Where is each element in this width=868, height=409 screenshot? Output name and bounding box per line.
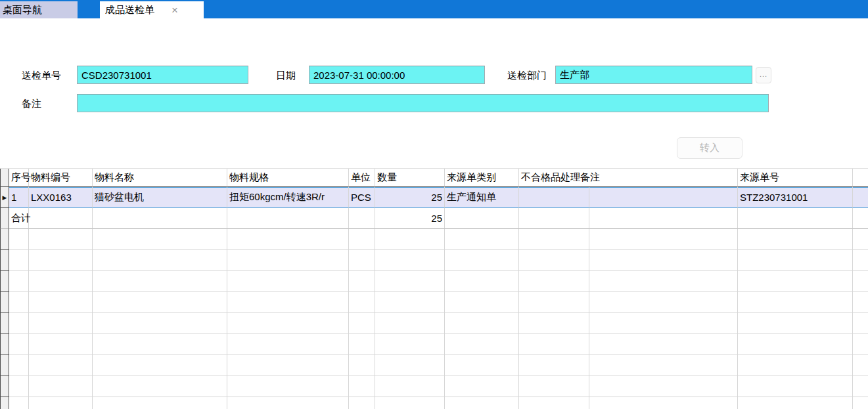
- row-indicator: [0, 376, 9, 397]
- tab-inspection-form[interactable]: 成品送检单 ×: [100, 1, 204, 18]
- empty-cell: [445, 334, 519, 355]
- empty-cell: [9, 313, 29, 334]
- total-row: 合计 25: [0, 208, 868, 229]
- empty-cell: [519, 250, 589, 271]
- department-field[interactable]: [555, 66, 752, 84]
- close-icon[interactable]: ×: [171, 5, 178, 16]
- cell-source-type[interactable]: 生产通知单: [445, 187, 519, 208]
- row-indicator: [0, 313, 9, 334]
- empty-row: [0, 250, 868, 271]
- empty-cell: [9, 376, 29, 397]
- empty-cell: [445, 271, 519, 292]
- row-indicator-header: [0, 169, 9, 187]
- department-browse-button[interactable]: ...: [756, 67, 771, 83]
- empty-cell: [738, 334, 853, 355]
- date-field[interactable]: [309, 66, 485, 84]
- empty-cell: [9, 229, 29, 250]
- empty-cell: [853, 250, 868, 271]
- empty-cell: [29, 376, 93, 397]
- empty-cell: [589, 397, 738, 409]
- empty-cell: [93, 292, 227, 313]
- empty-cell: [9, 397, 29, 409]
- row-indicator: [0, 292, 9, 313]
- empty-cell: [93, 271, 227, 292]
- cell-defect-remark[interactable]: [519, 187, 589, 208]
- col-header-material-no: 物料编号: [29, 169, 93, 187]
- grid-rows: [0, 229, 868, 409]
- empty-cell: [93, 334, 227, 355]
- empty-row: [0, 313, 868, 334]
- empty-cell: [227, 376, 349, 397]
- empty-cell: [93, 376, 227, 397]
- empty-row: [0, 397, 868, 409]
- transfer-in-button[interactable]: 转入: [677, 137, 742, 159]
- empty-cell: [29, 355, 93, 376]
- tab-desktop-navigation[interactable]: 桌面导航: [0, 1, 78, 18]
- empty-cell: [445, 250, 519, 271]
- empty-cell: [227, 397, 349, 409]
- grid-header-row: 序号 物料编号 物料名称 物料规格 单位 数量 来源单类别 不合格品处理备注 来…: [0, 169, 868, 187]
- table-row-selected[interactable]: ▶ 1 LXX0163 猫砂盆电机 扭矩60kgcm/转速3R/r PCS 25…: [0, 187, 868, 208]
- row-indicator: [0, 250, 9, 271]
- empty-cell: [375, 292, 445, 313]
- empty-cell: [589, 250, 738, 271]
- empty-row: [0, 376, 868, 397]
- empty-cell: [227, 313, 349, 334]
- empty-cell: [93, 397, 227, 409]
- empty-cell: [589, 313, 738, 334]
- empty-row: [0, 292, 868, 313]
- total-row-indicator: [0, 208, 9, 229]
- row-indicator: [0, 334, 9, 355]
- cell-material-no[interactable]: LXX0163: [29, 187, 93, 208]
- empty-cell: [853, 313, 868, 334]
- empty-cell: [375, 355, 445, 376]
- col-header-source-type: 来源单类别: [445, 169, 519, 187]
- empty-cell: [349, 271, 375, 292]
- empty-cell: [375, 397, 445, 409]
- empty-cell: [738, 250, 853, 271]
- empty-cell: [738, 292, 853, 313]
- row-indicator: [0, 271, 9, 292]
- empty-cell: [519, 376, 589, 397]
- empty-cell: [853, 292, 868, 313]
- empty-cell: [349, 250, 375, 271]
- empty-row: [0, 229, 868, 250]
- inspection-no-label: 送检单号: [22, 70, 61, 82]
- remark-field[interactable]: [77, 94, 769, 112]
- empty-cell: [853, 271, 868, 292]
- cell-blank[interactable]: [589, 187, 738, 208]
- empty-cell: [853, 334, 868, 355]
- empty-row: [0, 271, 868, 292]
- empty-cell: [375, 376, 445, 397]
- col-header-seq: 序号: [9, 169, 29, 187]
- empty-cell: [93, 229, 227, 250]
- cell-qty[interactable]: 25: [375, 187, 445, 208]
- selected-row-indicator: ▶: [0, 187, 9, 208]
- inspection-no-field[interactable]: [77, 66, 248, 84]
- total-cell: [853, 208, 868, 229]
- cell-unit[interactable]: PCS: [349, 187, 375, 208]
- cell-spec[interactable]: 扭矩60kgcm/转速3R/r: [227, 187, 349, 208]
- empty-cell: [519, 229, 589, 250]
- empty-cell: [93, 313, 227, 334]
- total-qty-cell: 25: [375, 208, 445, 229]
- empty-cell: [29, 292, 93, 313]
- empty-cell: [853, 229, 868, 250]
- empty-cell: [589, 271, 738, 292]
- col-header-stub: [853, 169, 868, 187]
- cell-seq[interactable]: 1: [9, 187, 29, 208]
- remark-label: 备注: [22, 98, 41, 110]
- empty-cell: [445, 292, 519, 313]
- cell-material-name[interactable]: 猫砂盆电机: [93, 187, 227, 208]
- cell-source-no[interactable]: STZ230731001: [738, 187, 853, 208]
- empty-cell: [9, 355, 29, 376]
- row-indicator: [0, 229, 9, 250]
- empty-cell: [519, 334, 589, 355]
- empty-cell: [349, 229, 375, 250]
- empty-cell: [375, 271, 445, 292]
- empty-cell: [589, 355, 738, 376]
- empty-cell: [445, 229, 519, 250]
- col-header-unit: 单位: [349, 169, 375, 187]
- empty-row: [0, 355, 868, 376]
- empty-cell: [29, 334, 93, 355]
